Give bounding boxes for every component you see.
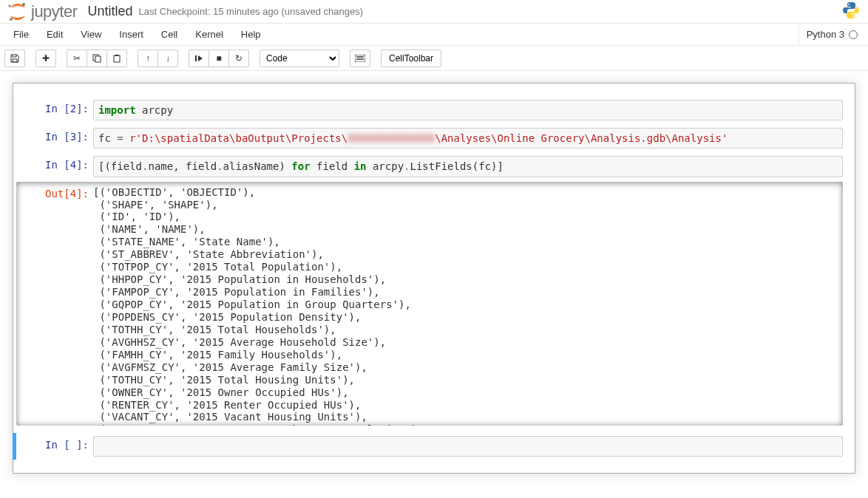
input-prompt: In [4]: (16, 156, 93, 177)
notebook-container: In [2]: import arcpy In [3]: fc = r'D:\s… (0, 71, 868, 485)
menu-help[interactable]: Help (232, 24, 270, 44)
move-down-button[interactable]: ↓ (157, 50, 178, 67)
menu-kernel[interactable]: Kernel (186, 24, 232, 44)
cut-button[interactable]: ✂ (67, 50, 87, 67)
save-button[interactable] (4, 50, 25, 67)
svg-rect-11 (356, 56, 364, 57)
svg-rect-8 (115, 55, 118, 56)
restart-button[interactable]: ↻ (228, 50, 249, 67)
jupyter-icon (7, 1, 28, 22)
code-cell[interactable]: In [2]: import arcpy (16, 97, 852, 123)
svg-point-4 (852, 16, 854, 17)
svg-rect-7 (114, 55, 120, 62)
jupyter-logo[interactable]: jupyter (7, 1, 78, 22)
kernel-status-icon (849, 30, 858, 39)
svg-point-3 (848, 4, 850, 5)
notebook-title[interactable]: Untitled (88, 4, 133, 19)
paste-button[interactable] (106, 50, 127, 67)
menu-cell[interactable]: Cell (152, 24, 186, 44)
code-input[interactable]: [(field.name, field.aliasName) for field… (93, 156, 843, 177)
command-palette-button[interactable] (350, 50, 370, 67)
celltype-select[interactable]: Code (260, 50, 339, 67)
svg-rect-13 (356, 59, 364, 60)
menu-bar: File Edit View Insert Cell Kernel Help P… (0, 24, 868, 46)
kernel-indicator: Python 3 (799, 24, 864, 45)
code-input[interactable]: fc = r'D:\spatialData\baOutput\Projects\… (93, 128, 843, 149)
output-text: [('OBJECTID', 'OBJECTID'), ('SHAPE', 'SH… (93, 185, 834, 426)
menu-view[interactable]: View (72, 24, 110, 44)
checkpoint-status: Last Checkpoint: 15 minutes ago (unsaved… (139, 6, 364, 17)
code-cell[interactable]: In [4]: [(field.name, field.aliasName) f… (16, 153, 852, 180)
code-input[interactable] (93, 436, 843, 457)
code-input[interactable]: import arcpy (93, 100, 843, 120)
move-up-button[interactable]: ↑ (138, 50, 158, 67)
menu-edit[interactable]: Edit (38, 24, 72, 44)
input-prompt: In [ ]: (16, 436, 93, 457)
output-prompt: Out[4]: (16, 185, 93, 426)
kernel-name: Python 3 (807, 29, 844, 40)
code-cell-selected[interactable]: In [ ]: (13, 433, 852, 460)
python-logo-icon (841, 1, 861, 22)
run-button[interactable] (189, 50, 209, 67)
input-prompt: In [3]: (16, 128, 93, 149)
input-prompt: In [2]: (16, 100, 93, 120)
copy-button[interactable] (87, 50, 107, 67)
svg-rect-12 (356, 58, 364, 58)
output-cell: Out[4]: [('OBJECTID', 'OBJECTID'), ('SHA… (16, 182, 843, 426)
menu-insert[interactable]: Insert (110, 24, 152, 44)
toolbar: ✚ ✂ ↑ ↓ ■ ↻ Code CellToolbar (0, 46, 868, 71)
jupyter-logo-text: jupyter (31, 2, 78, 21)
interrupt-button[interactable]: ■ (208, 50, 229, 67)
insert-cell-button[interactable]: ✚ (35, 50, 56, 67)
notebook-header: jupyter Untitled Last Checkpoint: 15 min… (0, 0, 868, 24)
svg-rect-6 (95, 56, 101, 62)
code-cell[interactable]: In [3]: fc = r'D:\spatialData\baOutput\P… (16, 125, 852, 151)
svg-point-1 (10, 17, 13, 21)
notebook: In [2]: import arcpy In [3]: fc = r'D:\s… (13, 83, 855, 474)
svg-point-2 (9, 4, 11, 7)
output-scroll-area[interactable]: Out[4]: [('OBJECTID', 'OBJECTID'), ('SHA… (16, 182, 843, 426)
celltoolbar-button[interactable]: CellToolbar (381, 50, 441, 67)
svg-rect-9 (195, 55, 197, 61)
menu-file[interactable]: File (4, 24, 38, 44)
